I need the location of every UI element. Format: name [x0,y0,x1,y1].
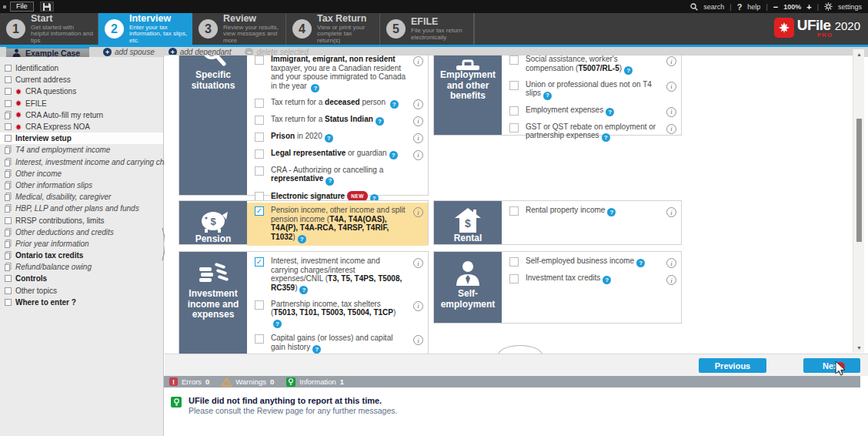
help-icon[interactable]: ? [602,133,610,142]
help-icon[interactable]: ? [311,84,319,92]
zoom-in-button[interactable]: + [806,2,811,12]
help-icon[interactable]: ? [273,320,282,328]
info-icon[interactable]: i [666,56,676,66]
checkbox-icon[interactable] [5,287,12,294]
search-icon[interactable] [690,3,698,11]
checkbox-icon[interactable] [5,275,12,282]
info-icon[interactable]: i [413,150,423,160]
information-status[interactable]: Information 1 [286,377,344,387]
topic-checkbox[interactable] [255,132,264,142]
topic-checkbox[interactable] [255,166,264,176]
sidebar-item-refund-balance-owing[interactable]: Refund/balance owing [0,261,163,273]
scrollbar-thumb[interactable] [856,119,862,242]
sidebar-item-ontario-tax-credits[interactable]: Ontario tax credits [0,250,163,261]
help-icon[interactable]: ? [376,117,384,126]
sidebar-item-rrsp-contributions-limits[interactable]: RRSP contributions, limits [0,214,163,226]
topic-checkbox[interactable] [255,149,264,159]
topic-checkbox[interactable] [255,300,264,310]
topic-checkbox[interactable] [255,55,264,65]
tab-example-case[interactable]: Example Case [6,47,89,57]
checkbox-icon[interactable] [5,135,12,142]
help-icon[interactable]: ? [326,177,334,186]
settings-label[interactable]: settings [838,3,862,11]
vertical-scrollbar[interactable]: ▲ ▼ [853,49,864,353]
help-icon[interactable]: ? [624,66,633,75]
help-icon[interactable]: ? [389,151,398,159]
checkbox-icon[interactable] [5,299,12,306]
previous-button[interactable]: Previous [699,358,766,373]
topic-checkbox[interactable] [255,116,264,125]
info-icon[interactable]: i [413,258,423,268]
help-icon[interactable]: ? [737,2,743,12]
save-button[interactable] [40,2,54,12]
sidebar-item-t4-and-employment-income[interactable]: T4 and employment income [0,144,163,156]
sidebar-item-current-address[interactable]: Current address [0,74,163,86]
help-icon[interactable]: ? [325,134,333,143]
checkbox-icon[interactable] [5,88,12,95]
sidebar-item-hbp-llp-and-other-plans-and-funds[interactable]: HBP, LLP and other plans and funds [0,203,163,214]
info-icon[interactable]: i [666,258,676,268]
info-icon[interactable]: i [413,116,423,126]
warnings-status[interactable]: Warnings 0 [222,377,274,387]
add-spouse-button[interactable]: + add spouse [103,47,155,57]
info-icon[interactable]: i [666,275,676,285]
step-tab-review[interactable]: 3ReviewReview your results, view message… [192,13,286,45]
step-tab-tax-return[interactable]: 4Tax ReturnView or print your complete t… [286,13,380,45]
gear-icon[interactable] [824,2,833,11]
checkbox-icon[interactable] [5,123,12,130]
sidebar-item-interview-setup[interactable]: Interview setup [0,132,163,144]
topic-checkbox[interactable] [509,55,519,65]
topic-checkbox-checked[interactable]: ✓ [255,206,264,216]
sidebar-item-controls[interactable]: Controls [0,273,163,284]
topic-checkbox-checked[interactable]: ✓ [255,257,264,267]
sidebar-item-cra-questions[interactable]: CRA questions [0,86,163,97]
info-icon[interactable]: i [413,207,423,217]
sidebar-item-other-topics[interactable]: Other topics [0,285,163,297]
info-icon[interactable]: i [666,207,676,217]
topic-checkbox[interactable] [509,81,519,90]
checkbox-icon[interactable] [5,76,12,83]
topic-checkbox[interactable] [255,99,264,108]
help-icon[interactable]: ? [636,259,645,267]
info-icon[interactable]: i [413,133,423,143]
help-icon[interactable]: ? [543,92,552,100]
sidebar-item-cra-auto-fill-my-return[interactable]: CRA Auto-fill my return [0,109,163,121]
checkbox-icon[interactable] [5,100,12,107]
sidebar-item-other-deductions-and-credits[interactable]: Other deductions and credits [0,226,163,238]
info-icon[interactable]: i [413,335,423,345]
info-icon[interactable]: i [413,99,423,109]
sidebar-item-cra-express-noa[interactable]: CRA Express NOA [0,121,163,132]
zoom-out-button[interactable]: − [773,2,778,12]
help-icon[interactable]: ? [299,286,308,294]
step-tab-interview[interactable]: 2InterviewEnter your tax information, ta… [98,13,192,45]
info-icon[interactable]: i [666,82,676,92]
help-icon[interactable]: ? [390,100,399,109]
sidebar-item-medical-disability-caregiver[interactable]: Medical, disability, caregiver [0,191,163,203]
info-icon[interactable]: i [666,124,676,134]
topic-checkbox[interactable] [509,123,519,132]
topic-checkbox[interactable] [255,192,264,201]
info-icon[interactable]: i [413,301,423,311]
checkbox-icon[interactable] [5,65,12,72]
help-icon[interactable]: ? [607,208,616,216]
info-icon[interactable]: i [666,107,676,117]
topic-checkbox[interactable] [509,106,519,116]
errors-status[interactable]: ! Errors 0 [169,377,209,386]
help-icon[interactable]: ? [603,276,611,284]
topic-checkbox[interactable] [509,274,519,283]
help-label[interactable]: help [747,3,760,11]
step-tab-efile[interactable]: 5EFILEFile your tax return electronicall… [380,13,474,45]
topic-checkbox[interactable] [509,257,519,267]
sidebar-item-interest-investment-income-and-carrying-charges[interactable]: Interest, investment income and carrying… [0,156,163,168]
help-icon[interactable]: ? [298,235,306,243]
topic-checkbox[interactable] [255,334,264,344]
sidebar-item-other-income[interactable]: Other income [0,168,163,179]
help-icon[interactable]: ? [312,345,321,354]
help-icon[interactable]: ? [606,108,614,116]
scroll-up-arrow[interactable]: ▲ [853,52,865,57]
topic-checkbox[interactable] [509,206,519,216]
scroll-down-arrow[interactable]: ▼ [853,345,865,350]
next-button[interactable]: Next [803,358,860,373]
sidebar-item-prior-year-information[interactable]: Prior year information [0,238,163,250]
search-label[interactable]: search [703,3,724,11]
